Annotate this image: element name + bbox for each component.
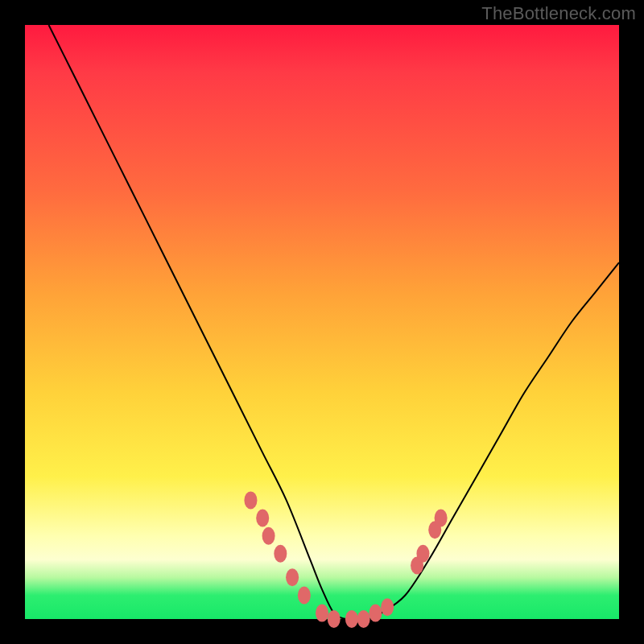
- bottleneck-curve: [49, 25, 619, 620]
- highlight-dot: [369, 605, 382, 622]
- highlight-dot: [286, 568, 299, 586]
- highlight-dot: [298, 586, 311, 604]
- highlight-dot: [328, 610, 341, 628]
- highlight-dot: [345, 610, 358, 628]
- plot-area: [25, 25, 619, 619]
- bottleneck-curve-path: [49, 25, 619, 620]
- highlight-dot: [435, 510, 448, 527]
- chart-frame: TheBottleneck.com: [0, 0, 644, 644]
- highlight-dot: [262, 527, 275, 545]
- highlight-dot: [274, 545, 287, 563]
- highlight-dot: [381, 598, 394, 616]
- watermark-text: TheBottleneck.com: [481, 3, 636, 24]
- highlight-dot: [316, 605, 328, 622]
- highlight-dot: [244, 491, 257, 509]
- highlight-dot: [357, 610, 370, 628]
- highlight-dot: [416, 545, 429, 563]
- highlight-dots: [244, 491, 447, 628]
- highlight-dot: [256, 510, 269, 527]
- curve-layer: [25, 25, 619, 619]
